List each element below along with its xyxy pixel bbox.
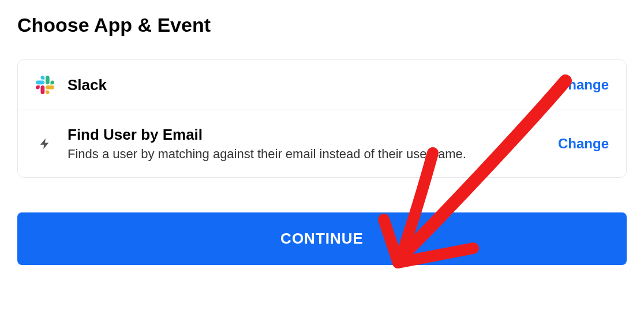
app-row: Slack Change bbox=[18, 60, 626, 110]
change-app-link[interactable]: Change bbox=[558, 77, 609, 93]
event-title: Find User by Email bbox=[68, 125, 545, 144]
change-event-link[interactable]: Change bbox=[558, 136, 609, 152]
continue-button[interactable]: CONTINUE bbox=[17, 212, 627, 265]
page-heading: Choose App & Event bbox=[17, 14, 627, 36]
slack-icon bbox=[35, 75, 55, 95]
lightning-icon bbox=[35, 134, 55, 154]
app-row-body: Slack bbox=[68, 76, 545, 95]
app-title: Slack bbox=[68, 76, 545, 95]
event-description: Finds a user by matching against their e… bbox=[68, 145, 545, 163]
event-row: Find User by Email Finds a user by match… bbox=[18, 110, 626, 177]
event-row-body: Find User by Email Finds a user by match… bbox=[68, 125, 545, 162]
app-event-card: Slack Change Find User by Email Finds a … bbox=[17, 59, 627, 178]
